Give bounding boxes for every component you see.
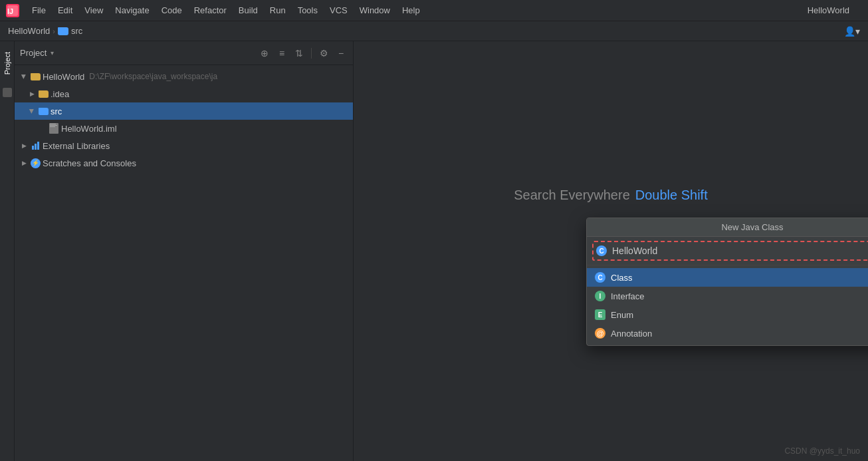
tree-item-ext-libs[interactable]: ▶ External Libraries	[15, 137, 353, 154]
popup-list: C Class I Interface E Enum @ Annotation	[587, 265, 868, 345]
popup-list-item-interface[interactable]: I Interface	[587, 287, 868, 305]
tree-root-path: D:\ZF\workspace\java_workspace\ja	[89, 72, 217, 81]
tree-item-iml[interactable]: ▶ HelloWorld.iml	[15, 120, 353, 137]
menu-run[interactable]: Run	[265, 4, 291, 17]
search-hint-key: Double Shift	[635, 188, 708, 203]
popup-input-class-icon: C	[596, 245, 607, 256]
main-layout: Project Project ▾ ⊕ ≡ ⇅ ⚙ − ▶ HelloWorld…	[0, 41, 868, 461]
breadcrumb-project-label: HelloWorld	[8, 26, 50, 36]
popup-list-item-annotation[interactable]: @ Annotation	[587, 324, 868, 343]
tree-scratches-arrow: ▶	[20, 159, 28, 167]
popup-title: New Java Class	[587, 218, 868, 237]
tree-root-folder-icon	[30, 71, 41, 82]
svg-text:IJ: IJ	[7, 7, 13, 15]
tree-root-label: HelloWorld	[43, 72, 84, 82]
toolbar-collapse-btn[interactable]: ≡	[275, 47, 288, 60]
svg-rect-3	[49, 123, 58, 134]
side-tab: Project	[0, 41, 15, 461]
tree-scratches-icon: ⚡	[30, 158, 41, 168]
folder-icon	[58, 27, 68, 35]
toolbar-hide-btn[interactable]: −	[334, 47, 348, 60]
tree-src-arrow: ▶	[28, 107, 36, 115]
user-icon[interactable]: 👤▾	[844, 26, 860, 37]
app-logo: IJ	[5, 3, 20, 18]
tree-iml-icon	[49, 123, 59, 134]
panel-dropdown-arrow[interactable]: ▾	[51, 49, 54, 57]
tree-root-arrow: ▶	[20, 73, 28, 80]
tree-src-label: src	[51, 106, 62, 116]
enum-icon: E	[595, 309, 605, 320]
tree-idea-icon	[38, 88, 49, 99]
toolbar-sort-btn[interactable]: ⇅	[292, 47, 306, 60]
tree-root[interactable]: ▶ HelloWorld D:\ZF\workspace\java_worksp…	[15, 68, 353, 85]
tree-idea-label: .idea	[51, 89, 69, 99]
menu-items: File Edit View Navigate Code Refactor Bu…	[27, 4, 808, 17]
menu-view[interactable]: View	[79, 4, 108, 17]
breadcrumb-project[interactable]: HelloWorld	[8, 26, 50, 36]
tree-scratches-label: Scratches and Consoles	[43, 158, 136, 168]
panel-title: Project	[20, 48, 47, 58]
menu-bar: IJ File Edit View Navigate Code Refactor…	[0, 0, 868, 21]
panel-toolbar: Project ▾ ⊕ ≡ ⇅ ⚙ −	[15, 41, 353, 65]
new-java-class-popup: New Java Class C C Class I Interface E	[586, 218, 868, 346]
interface-icon: I	[595, 291, 605, 301]
annotation-icon: @	[595, 328, 605, 339]
side-tab-files-icon[interactable]	[3, 88, 12, 97]
tree-item-idea[interactable]: ▶ .idea	[15, 85, 353, 102]
popup-list-item-class[interactable]: C Class	[587, 268, 868, 287]
toolbar-divider	[311, 48, 312, 59]
breadcrumb-separator: ›	[53, 27, 55, 35]
menu-vcs[interactable]: VCS	[324, 4, 353, 17]
project-tree: ▶ HelloWorld D:\ZF\workspace\java_worksp…	[15, 65, 353, 461]
popup-input[interactable]	[592, 241, 868, 261]
popup-item-interface-label: Interface	[611, 291, 645, 301]
breadcrumb-src[interactable]: src	[58, 26, 82, 36]
editor-area: Search Everywhere Double Shift New Java …	[354, 41, 868, 461]
breadcrumb: HelloWorld › src 👤▾	[0, 21, 868, 41]
menu-refactor[interactable]: Refactor	[189, 4, 232, 17]
popup-list-item-enum[interactable]: E Enum	[587, 305, 868, 324]
menu-file[interactable]: File	[27, 4, 51, 17]
watermark: CSDN @yyds_it_huo	[784, 446, 860, 456]
toolbar-locate-btn[interactable]: ⊕	[258, 47, 271, 60]
menu-build[interactable]: Build	[233, 4, 263, 17]
tree-extlibs-label: External Libraries	[43, 141, 110, 151]
svg-rect-6	[50, 126, 55, 127]
menu-tools[interactable]: Tools	[292, 4, 323, 17]
menu-window[interactable]: Window	[354, 4, 395, 17]
tree-src-icon	[38, 106, 49, 116]
popup-input-row: C	[587, 237, 868, 265]
toolbar-settings-btn[interactable]: ⚙	[317, 47, 330, 60]
tree-iml-label: HelloWorld.iml	[61, 124, 117, 134]
search-hint-text: Search Everywhere	[514, 188, 630, 203]
menu-navigate[interactable]: Navigate	[110, 4, 154, 17]
popup-item-annotation-label: Annotation	[611, 329, 652, 339]
svg-rect-5	[50, 125, 57, 126]
menu-code[interactable]: Code	[156, 4, 187, 17]
tree-extlibs-icon	[30, 140, 41, 151]
class-icon: C	[595, 272, 605, 283]
tree-extlibs-arrow: ▶	[20, 142, 28, 150]
menu-edit[interactable]: Edit	[53, 4, 78, 17]
app-title: HelloWorld	[808, 5, 863, 15]
svg-rect-4	[50, 124, 56, 124]
side-tab-project[interactable]: Project	[2, 47, 13, 80]
popup-item-enum-label: Enum	[611, 310, 633, 320]
breadcrumb-src-label: src	[71, 26, 82, 36]
popup-item-class-label: Class	[611, 273, 633, 283]
tree-item-scratches[interactable]: ▶ ⚡ Scratches and Consoles	[15, 154, 353, 172]
tree-idea-arrow: ▶	[28, 90, 36, 98]
search-hint: Search Everywhere Double Shift	[514, 188, 708, 203]
tree-item-src[interactable]: ▶ src	[15, 102, 353, 120]
menu-help[interactable]: Help	[397, 4, 425, 17]
project-panel: Project ▾ ⊕ ≡ ⇅ ⚙ − ▶ HelloWorld D:\ZF\w…	[15, 41, 354, 461]
